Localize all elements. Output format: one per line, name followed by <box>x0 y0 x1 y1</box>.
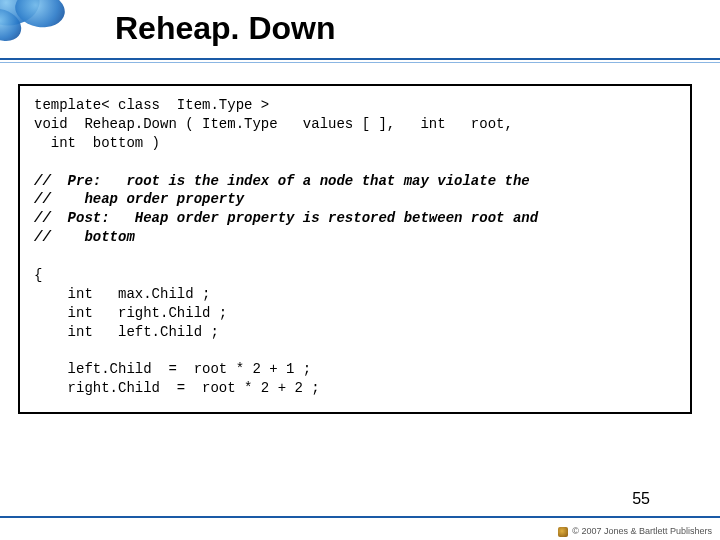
code-line: template< class Item.Type > <box>34 97 269 113</box>
copyright-text: © 2007 Jones & Bartlett Publishers <box>572 526 712 536</box>
code-block: template< class Item.Type > void Reheap.… <box>34 96 676 398</box>
code-line: int max.Child ; <box>34 286 210 302</box>
code-line: int bottom ) <box>34 135 160 151</box>
code-line: { <box>34 267 42 283</box>
divider-thin <box>0 62 720 63</box>
code-line: right.Child = root * 2 + 2 ; <box>34 380 320 396</box>
code-line: int left.Child ; <box>34 324 219 340</box>
code-line: int right.Child ; <box>34 305 227 321</box>
code-comment: // heap order property <box>34 191 244 207</box>
divider-thick <box>0 58 720 60</box>
footer-text: © 2007 Jones & Bartlett Publishers <box>558 526 712 537</box>
code-comment: // Post: Heap order property is restored… <box>34 210 538 226</box>
page-number: 55 <box>632 490 650 508</box>
code-comment: // bottom <box>34 229 135 245</box>
footer-bar: © 2007 Jones & Bartlett Publishers <box>0 516 720 540</box>
header-strip: Reheap. Down <box>0 0 720 58</box>
slide-title: Reheap. Down <box>115 10 335 47</box>
code-comment: // Pre: root is the index of a node that… <box>34 173 530 189</box>
code-line: left.Child = root * 2 + 1 ; <box>34 361 311 377</box>
publisher-logo-icon <box>558 527 568 537</box>
code-box: template< class Item.Type > void Reheap.… <box>18 84 692 414</box>
code-line: void Reheap.Down ( Item.Type values [ ],… <box>34 116 513 132</box>
